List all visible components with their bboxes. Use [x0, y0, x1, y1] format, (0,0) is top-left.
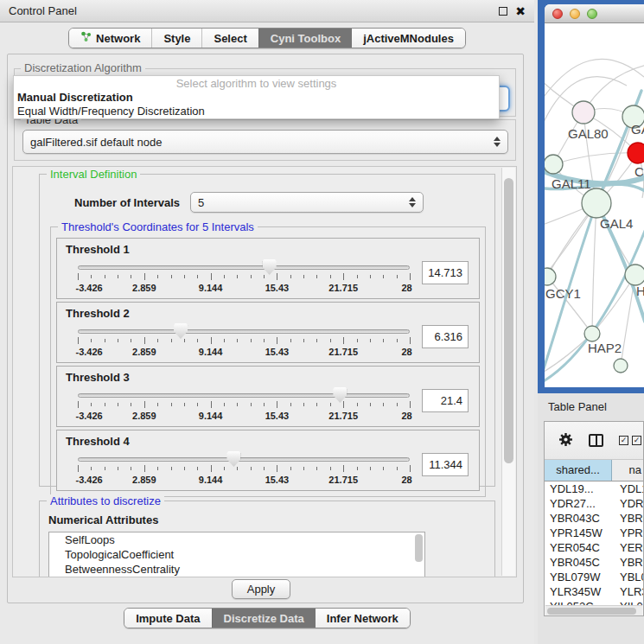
- cell-name[interactable]: YBR0: [612, 511, 643, 526]
- network-node-hap2[interactable]: [584, 326, 600, 341]
- list-scrollbar[interactable]: [415, 534, 423, 562]
- network-node-c[interactable]: [628, 143, 644, 163]
- table-row[interactable]: YBR045CYBR0: [545, 555, 643, 570]
- show-columns-icon[interactable]: [589, 434, 603, 447]
- cell-shared-name[interactable]: YPR145W: [545, 526, 612, 540]
- stepper-arrows-icon: [494, 137, 501, 147]
- cell-name[interactable]: YPR1: [612, 526, 643, 540]
- horizontal-scrollbar-thumb[interactable]: [547, 608, 636, 615]
- tab-select[interactable]: Select: [201, 29, 258, 48]
- cell-shared-name[interactable]: YDR27...: [545, 496, 612, 511]
- tab-infer-network[interactable]: Infer Network: [316, 609, 410, 628]
- cell-name[interactable]: YIL0: [612, 599, 643, 605]
- network-icon: [80, 31, 92, 45]
- table-row[interactable]: YER054CYER0: [545, 540, 643, 555]
- column-header-name[interactable]: na: [612, 460, 643, 481]
- node-label: GAL11: [552, 176, 591, 191]
- network-node-gcy1[interactable]: [545, 268, 556, 285]
- table-panel-title: Table Panel: [548, 400, 607, 413]
- cell-shared-name[interactable]: YLR345W: [545, 584, 612, 599]
- cell-shared-name[interactable]: YBL079W: [545, 570, 612, 584]
- bottom-tab-segment: Impute DataDiscretize DataInfer Network: [124, 608, 411, 628]
- vertical-scrollbar[interactable]: [501, 168, 515, 576]
- cell-shared-name[interactable]: YBR043C: [545, 511, 612, 526]
- threshold-value-field[interactable]: 14.713: [422, 261, 469, 284]
- slider-track[interactable]: [78, 457, 410, 462]
- attribute-list-item[interactable]: BetweennessCentrality: [49, 562, 424, 577]
- vertical-scrollbar-thumb[interactable]: [504, 178, 513, 463]
- number-of-intervals-combobox[interactable]: 5: [190, 192, 424, 213]
- checkbox-icon[interactable]: ✓: [619, 436, 628, 445]
- threshold-value-field[interactable]: 11.344: [422, 453, 469, 476]
- network-edge[interactable]: [553, 153, 638, 164]
- slider-ticks: [78, 401, 410, 409]
- slider-scale-labels: -3.4262.8599.14415.4321.71528: [78, 475, 410, 487]
- threshold-value-field[interactable]: 21.4: [422, 389, 469, 412]
- tab-network[interactable]: Network: [69, 29, 151, 48]
- cell-name[interactable]: YLR3: [612, 584, 643, 599]
- cell-shared-name[interactable]: YDL19...: [545, 481, 612, 496]
- table-row[interactable]: YDL19...YDL1: [545, 481, 643, 496]
- attribute-list-item[interactable]: TopologicalCoefficient: [49, 547, 424, 562]
- cell-name[interactable]: YDL1: [612, 481, 643, 496]
- attributes-group: Attributes to discretize Numerical Attri…: [39, 501, 495, 577]
- threshold-slider[interactable]: -3.4262.8599.14415.4321.71528: [78, 322, 410, 363]
- network-node[interactable]: [614, 359, 628, 373]
- algorithm-option-manual[interactable]: Manual Discretization: [14, 91, 499, 105]
- control-panel-tabbar: NetworkStyleSelectCyni ToolboxjActiveMNo…: [0, 28, 534, 48]
- algorithm-option-equal-width[interactable]: Equal Width/Frequency Discretization: [14, 105, 499, 118]
- tab-label: Infer Network: [327, 612, 399, 625]
- close-icon[interactable]: ✖: [515, 7, 526, 16]
- float-window-icon[interactable]: [499, 7, 507, 16]
- settings-gear-icon[interactable]: [558, 432, 573, 450]
- slider-track[interactable]: [78, 329, 410, 334]
- tab-cyni-toolbox[interactable]: Cyni Toolbox: [258, 29, 352, 48]
- threshold-value-field[interactable]: 6.316: [422, 325, 469, 348]
- network-node-h[interactable]: [625, 265, 644, 285]
- numerical-attributes-list[interactable]: SelfLoopsTopologicalCoefficientBetweenne…: [48, 532, 425, 577]
- network-window-titlebar[interactable]: [545, 4, 644, 23]
- network-node-gal11[interactable]: [545, 155, 563, 174]
- network-node-gal80[interactable]: [572, 101, 595, 124]
- zoom-traffic-light-icon[interactable]: [587, 9, 597, 19]
- minimize-traffic-light-icon[interactable]: [570, 9, 580, 19]
- threshold-box: Threshold 1-3.4262.8599.14415.4321.71528…: [56, 238, 480, 299]
- close-traffic-light-icon[interactable]: [552, 9, 563, 19]
- horizontal-scrollbar[interactable]: [545, 605, 642, 615]
- cell-name[interactable]: YBR0: [612, 555, 643, 570]
- table-row[interactable]: YBL079WYBL0: [545, 570, 643, 584]
- threshold-slider[interactable]: -3.4262.8599.14415.4321.71528: [78, 450, 410, 491]
- table-row[interactable]: YBR043CYBR0: [545, 511, 643, 526]
- table-row[interactable]: YPR145WYPR1: [545, 526, 643, 540]
- network-node-gal4[interactable]: [582, 188, 611, 218]
- threshold-slider[interactable]: -3.4262.8599.14415.4321.71528: [78, 386, 410, 427]
- slider-track[interactable]: [78, 265, 410, 270]
- table-row[interactable]: YIL052CYIL0: [545, 599, 643, 605]
- cell-shared-name[interactable]: YER054C: [545, 540, 612, 555]
- cell-name[interactable]: YBL0: [612, 570, 643, 584]
- table-row[interactable]: YLR345WYLR3: [545, 584, 643, 599]
- attribute-list-item[interactable]: SelfLoops: [49, 532, 424, 547]
- network-edge[interactable]: [592, 203, 596, 334]
- threshold-slider[interactable]: -3.4262.8599.14415.4321.71528: [78, 258, 410, 299]
- apply-button[interactable]: Apply: [232, 579, 290, 599]
- checkbox-icon[interactable]: ✓: [632, 436, 641, 445]
- tab-style[interactable]: Style: [151, 29, 201, 48]
- network-edge[interactable]: [545, 59, 644, 105]
- table-row[interactable]: YDR27...YDR2: [545, 496, 643, 511]
- tab-jactivemnodules[interactable]: jActiveMNodules: [352, 29, 465, 48]
- slider-ticks: [78, 465, 410, 473]
- cell-shared-name[interactable]: YIL052C: [545, 599, 612, 605]
- table-data-combobox[interactable]: galFiltered.sif default node: [22, 130, 508, 154]
- network-canvas[interactable]: GAL80GACGAL11GAL4GCY1HHAP2: [545, 23, 644, 387]
- column-header-shared-name[interactable]: shared...: [545, 460, 612, 481]
- cell-shared-name[interactable]: YBR045C: [545, 555, 612, 570]
- cell-name[interactable]: YER0: [612, 540, 643, 555]
- tab-discretize-data[interactable]: Discretize Data: [212, 609, 316, 628]
- cell-name[interactable]: YDR2: [612, 496, 643, 511]
- table-rows: YDL19...YDL1YDR27...YDR2YBR043CYBR0YPR14…: [545, 481, 643, 605]
- slider-track[interactable]: [78, 393, 410, 398]
- algorithm-placeholder: Select algorithm to view settings: [14, 76, 499, 91]
- select-all-checkboxes-icon[interactable]: ✓ ✓: [619, 436, 641, 445]
- tab-impute-data[interactable]: Impute Data: [124, 609, 211, 628]
